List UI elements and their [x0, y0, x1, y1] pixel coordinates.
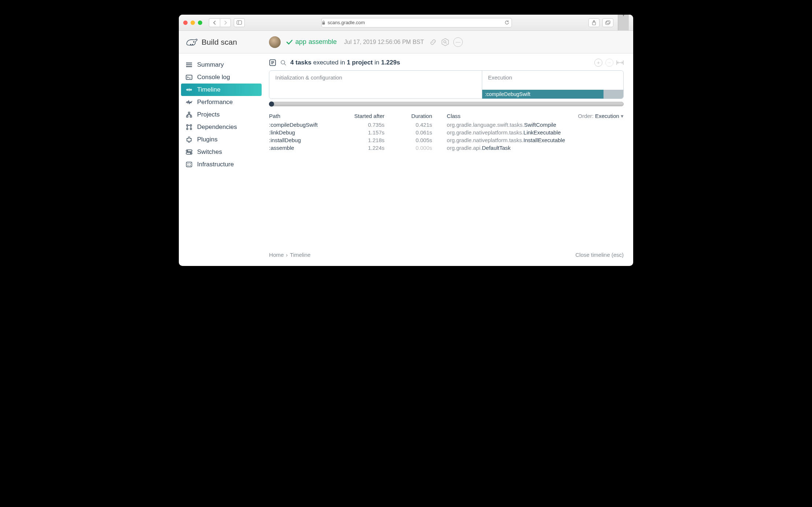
sidebar-item-console-log[interactable]: Console log: [179, 71, 264, 84]
breadcrumb-page: Timeline: [290, 252, 310, 258]
sidebar-toggle-button[interactable]: [234, 18, 245, 27]
timeline-scrubber[interactable]: [269, 102, 624, 106]
timeline-summary: 4 tasks executed in 1 project in 1.229s …: [269, 59, 624, 67]
svg-point-37: [188, 165, 188, 166]
sidebar-item-summary[interactable]: Summary: [179, 59, 264, 71]
svg-rect-21: [187, 116, 188, 117]
sidebar-item-label: Switches: [197, 148, 222, 156]
brand-area: Build scan: [185, 37, 269, 47]
filter-icon[interactable]: [269, 59, 276, 66]
svg-rect-20: [188, 112, 190, 114]
sidebar-item-plugins[interactable]: Plugins: [179, 133, 264, 146]
exec-bar-row: :compileDebugSwift: [482, 90, 623, 99]
zoom-window-button[interactable]: [198, 21, 202, 25]
breadcrumb-separator: ›: [286, 252, 288, 258]
plugins-icon: [185, 136, 193, 143]
svg-point-36: [190, 163, 191, 164]
header-actions: —: [429, 37, 463, 47]
browser-toolbar: scans.gradle.com +: [179, 15, 633, 31]
minimize-window-button[interactable]: [191, 21, 195, 25]
svg-rect-34: [187, 162, 192, 167]
sidebar-item-label: Performance: [197, 99, 233, 106]
window-controls: [183, 21, 202, 25]
chevron-down-icon: ▾: [621, 113, 624, 119]
header-project[interactable]: app: [295, 38, 306, 46]
switches-icon: [185, 148, 193, 156]
avatar[interactable]: [269, 36, 281, 48]
phase-init: Initialization & configuration: [269, 71, 481, 99]
header-task[interactable]: assemble: [309, 38, 337, 46]
sidebar: Summary Console log Timeline Performance…: [179, 53, 264, 266]
sidebar-item-switches[interactable]: Switches: [179, 146, 264, 158]
toolbar-right: [588, 18, 613, 27]
exec-task-bar[interactable]: :compileDebugSwift: [482, 90, 604, 99]
col-start-header[interactable]: Started after: [346, 113, 384, 119]
sidebar-item-label: Plugins: [197, 136, 218, 143]
table-row[interactable]: :linkDebug 1.157s 0.061s org.gradle.nati…: [269, 129, 624, 136]
forward-button[interactable]: [220, 18, 231, 27]
link-icon[interactable]: [429, 38, 437, 46]
sidebar-item-label: Summary: [197, 61, 224, 69]
svg-point-13: [187, 66, 188, 67]
svg-point-35: [188, 163, 188, 164]
svg-rect-14: [186, 75, 192, 79]
timeline-phases: Initialization & configuration Execution…: [269, 70, 624, 99]
new-tab-button[interactable]: +: [618, 15, 629, 31]
table-row[interactable]: :compileDebugSwift 0.735s 0.421s org.gra…: [269, 121, 624, 129]
search-hexagon-icon[interactable]: [441, 38, 450, 47]
timeline-icon: [185, 86, 193, 93]
scrubber-handle[interactable]: [269, 101, 274, 107]
svg-rect-22: [190, 116, 192, 117]
order-selector[interactable]: Order: Execution ▾: [565, 113, 624, 119]
svg-point-33: [190, 153, 191, 154]
gradle-logo-icon: [185, 37, 198, 47]
phase-exec: Execution :compileDebugSwift: [482, 71, 623, 99]
svg-point-11: [187, 63, 188, 64]
sidebar-item-dependencies[interactable]: Dependencies: [179, 121, 264, 133]
sidebar-item-infrastructure[interactable]: Infrastructure: [179, 158, 264, 171]
breadcrumb-home[interactable]: Home: [269, 252, 284, 258]
browser-window: scans.gradle.com + Build scan app assemb…: [179, 15, 633, 266]
svg-point-25: [187, 128, 188, 130]
svg-point-6: [444, 41, 446, 43]
expand-all-button[interactable]: +: [594, 59, 602, 67]
summary-actions: + −: [594, 59, 624, 67]
minus-circle-icon[interactable]: —: [453, 37, 463, 47]
footer: Home › Timeline Close timeline (esc): [269, 245, 624, 266]
share-button[interactable]: [588, 18, 599, 27]
dependencies-icon: [185, 123, 193, 131]
sidebar-item-label: Infrastructure: [197, 161, 234, 168]
col-class-header[interactable]: Class: [432, 113, 565, 119]
close-window-button[interactable]: [183, 21, 188, 25]
sidebar-item-projects[interactable]: Projects: [179, 108, 264, 121]
infrastructure-icon: [185, 161, 193, 168]
col-duration-header[interactable]: Duration: [384, 113, 432, 119]
brand-title: Build scan: [202, 38, 237, 47]
nav-buttons: [209, 18, 231, 27]
table-row[interactable]: :installDebug 1.218s 0.005s org.gradle.n…: [269, 136, 624, 144]
content-area: 4 tasks executed in 1 project in 1.229s …: [264, 53, 633, 266]
summary-text: 4 tasks executed in 1 project in 1.229s: [290, 59, 400, 66]
phase-init-label: Initialization & configuration: [275, 74, 342, 81]
back-button[interactable]: [209, 18, 220, 27]
svg-rect-4: [606, 22, 609, 25]
reload-button[interactable]: [505, 20, 509, 25]
fit-width-icon[interactable]: [616, 60, 624, 65]
page-header: Build scan app assemble Jul 17, 2019 12:…: [179, 31, 633, 53]
sidebar-item-performance[interactable]: Performance: [179, 96, 264, 108]
task-table: Path Started after Duration Class Order:…: [269, 113, 624, 152]
summary-icon: [185, 61, 193, 69]
sidebar-item-timeline[interactable]: Timeline: [181, 84, 262, 96]
svg-point-12: [187, 64, 188, 66]
tabs-button[interactable]: [602, 18, 613, 27]
svg-rect-0: [237, 21, 242, 25]
svg-line-44: [284, 64, 286, 65]
svg-rect-2: [322, 22, 325, 25]
search-icon[interactable]: [280, 59, 287, 66]
table-row[interactable]: :assemble 1.224s 0.000s org.gradle.api.D…: [269, 144, 624, 152]
close-timeline-link[interactable]: Close timeline (esc): [575, 252, 624, 258]
svg-rect-5: [606, 21, 610, 23]
address-bar[interactable]: scans.gradle.com: [321, 18, 512, 27]
col-path-header[interactable]: Path: [269, 113, 346, 119]
collapse-all-button[interactable]: −: [605, 59, 613, 67]
